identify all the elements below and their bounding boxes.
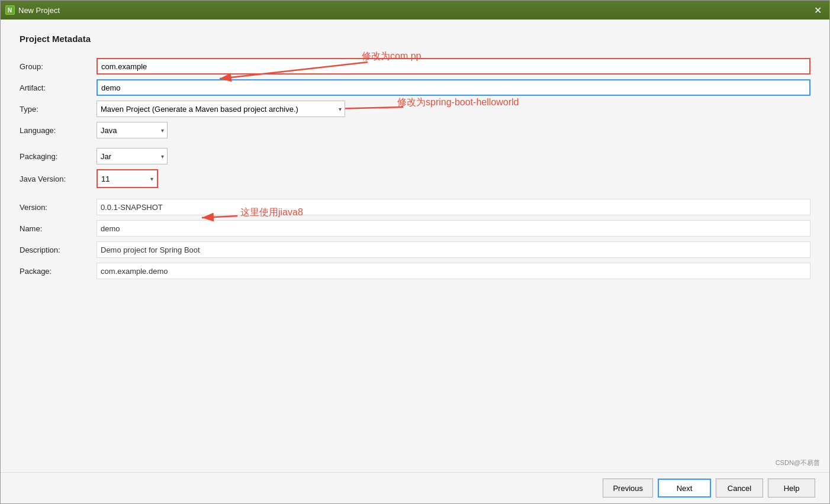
type-select[interactable]: Maven Project (Generate a Maven based pr… (96, 101, 345, 117)
name-value: demo (96, 218, 810, 239)
title-bar: N New Project ✕ (1, 1, 829, 20)
dialog-content: Project Metadata 修改为com. (1, 20, 829, 472)
window-title: New Project (18, 6, 810, 15)
project-form: Group: Artifact: Type: Maven Project (Ge… (20, 56, 810, 282)
packaging-select-wrapper[interactable]: Jar War (96, 148, 168, 164)
language-value: Java Kotlin Groovy (96, 119, 810, 141)
type-select-wrapper[interactable]: Maven Project (Generate a Maven based pr… (96, 101, 345, 117)
cancel-button[interactable]: Cancel (716, 479, 763, 497)
language-select-wrapper[interactable]: Java Kotlin Groovy (96, 122, 168, 138)
javaversion-value: 11 8 17 (96, 167, 810, 190)
version-field: 0.0.1-SNAPSHOT (96, 199, 810, 215)
help-button[interactable]: Help (768, 479, 815, 497)
version-value: 0.0.1-SNAPSHOT (96, 196, 810, 218)
svg-text:N: N (8, 7, 12, 14)
annotation-javaversion: 这里使用jiava8 (240, 206, 303, 219)
annotation-artifact: 修改为spring-boot-helloworld (397, 96, 519, 109)
description-value: Demo project for Spring Boot (96, 239, 810, 260)
javaversion-label: Java Version: (20, 170, 96, 188)
dialog-window: N New Project ✕ Project Metadata (0, 0, 830, 504)
annotation-group: 修改为com.pp (362, 50, 421, 63)
previous-button[interactable]: Previous (603, 479, 653, 497)
package-field: com.example.demo (96, 263, 810, 279)
watermark: CSDN@不易普 (776, 458, 820, 467)
name-label: Name: (20, 219, 96, 238)
version-label: Version: (20, 198, 96, 217)
description-label: Description: (20, 241, 96, 259)
type-label: Type: (20, 100, 96, 118)
spacer1b (96, 141, 810, 146)
name-field: demo (96, 220, 810, 237)
artifact-label: Artifact: (20, 79, 96, 97)
spacer2b (96, 190, 810, 196)
group-label: Group: (20, 57, 96, 76)
packaging-value: Jar War (96, 146, 810, 167)
button-bar: Previous Next Cancel Help (1, 472, 829, 503)
package-value: com.example.demo (96, 260, 810, 282)
language-label: Language: (20, 121, 96, 140)
packaging-label: Packaging: (20, 147, 96, 166)
spacer2 (20, 190, 96, 196)
javaversion-select[interactable]: 11 8 17 (98, 170, 157, 187)
description-field: Demo project for Spring Boot (96, 241, 810, 258)
group-value (96, 56, 810, 77)
group-input[interactable] (96, 58, 810, 75)
next-button[interactable]: Next (658, 479, 711, 497)
spacer1 (20, 141, 96, 146)
artifact-input[interactable] (96, 79, 810, 96)
section-title: Project Metadata (20, 34, 810, 44)
packaging-select[interactable]: Jar War (96, 148, 168, 164)
app-icon: N (5, 5, 15, 15)
artifact-value (96, 77, 810, 98)
language-select[interactable]: Java Kotlin Groovy (96, 122, 168, 138)
close-button[interactable]: ✕ (810, 3, 825, 17)
package-label: Package: (20, 262, 96, 280)
javaversion-select-wrapper[interactable]: 11 8 17 (96, 169, 158, 188)
